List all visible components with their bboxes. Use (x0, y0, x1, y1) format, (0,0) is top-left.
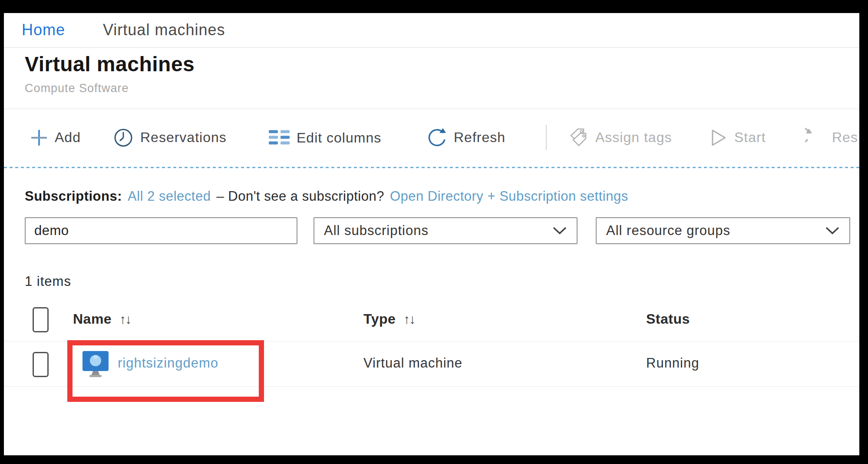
restart-button-label: Res (832, 129, 858, 146)
chevron-down-icon (552, 226, 567, 235)
add-button[interactable]: Add (30, 129, 81, 146)
name-filter-input[interactable] (26, 222, 297, 239)
column-header-type-label: Type (363, 311, 396, 327)
subscriptions-selected-link[interactable]: All 2 selected (128, 189, 211, 204)
refresh-icon (426, 127, 447, 148)
plus-icon (30, 129, 48, 146)
column-header-name-label: Name (73, 311, 112, 327)
vm-icon (82, 349, 110, 380)
refresh-button-label: Refresh (454, 129, 505, 146)
directory-subscription-settings-link[interactable]: Open Directory + Subscription settings (390, 189, 628, 204)
page-header: Virtual machines Compute Software (4, 48, 859, 109)
row-checkbox[interactable] (33, 352, 49, 377)
sort-arrows-icon: ↑↓ (119, 312, 131, 327)
filter-row: All subscriptions All resource groups (4, 217, 859, 244)
subscriptions-label: Subscriptions: (25, 189, 122, 204)
restart-button[interactable]: Res (805, 128, 858, 148)
assign-tags-button[interactable]: Assign tags (568, 128, 672, 148)
vm-type-cell: Virtual machine (363, 355, 462, 371)
clock-icon (113, 128, 133, 148)
toolbar: Add Reservations Ed (4, 109, 859, 166)
resource-group-filter-value: All resource groups (606, 223, 730, 239)
edit-columns-icon (269, 130, 290, 146)
start-button[interactable]: Start (711, 129, 766, 146)
table-row: rightsizingdemo Virtual machine Running (4, 341, 859, 387)
vm-name-link[interactable]: rightsizingdemo (118, 355, 218, 371)
column-header-status: Status (646, 311, 690, 327)
subscription-filter-value: All subscriptions (324, 223, 429, 239)
subscription-filter-dropdown[interactable]: All subscriptions (314, 217, 578, 244)
name-filter-search-box (25, 217, 297, 244)
items-count: 1 items (25, 274, 71, 289)
resource-group-filter-dropdown[interactable]: All resource groups (596, 217, 850, 244)
start-button-label: Start (734, 129, 766, 146)
table-header-row: Name ↑↓ Type ↑↓ Status (4, 300, 859, 341)
column-header-name[interactable]: Name ↑↓ (73, 311, 131, 327)
chevron-down-icon (825, 226, 840, 235)
refresh-button[interactable]: Refresh (426, 127, 505, 148)
page-title: Virtual machines (25, 52, 195, 76)
breadcrumb: Home Virtual machines (4, 13, 859, 48)
edit-columns-button[interactable]: Edit columns (269, 129, 381, 146)
select-all-checkbox[interactable] (33, 307, 49, 332)
add-button-label: Add (55, 129, 81, 146)
reservations-button[interactable]: Reservations (113, 128, 227, 148)
assign-tags-button-label: Assign tags (595, 129, 672, 146)
subscriptions-line: Subscriptions: All 2 selected – Don't se… (25, 189, 628, 204)
breadcrumb-current-page: Virtual machines (103, 21, 225, 39)
breadcrumb-home-link[interactable]: Home (22, 21, 65, 39)
vm-status-cell: Running (646, 355, 699, 371)
restart-icon (805, 128, 825, 148)
page-content: Home Virtual machines Virtual machines C… (4, 13, 859, 455)
column-header-status-label: Status (646, 311, 690, 327)
subscriptions-hint-text: – Don't see a subscription? (216, 189, 384, 204)
toolbar-separator (546, 125, 547, 150)
reservations-button-label: Reservations (140, 129, 227, 146)
column-header-type[interactable]: Type ↑↓ (363, 311, 415, 327)
sort-arrows-icon: ↑↓ (403, 312, 415, 327)
tags-icon (568, 128, 588, 148)
edit-columns-button-label: Edit columns (297, 129, 381, 146)
play-icon (711, 129, 727, 146)
page-subtitle: Compute Software (25, 82, 129, 95)
app-window: Home Virtual machines Virtual machines C… (0, 0, 868, 464)
dashed-loading-separator (4, 167, 859, 168)
